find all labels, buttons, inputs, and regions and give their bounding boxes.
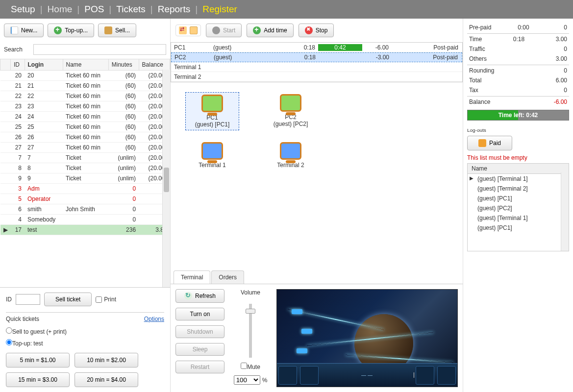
table-row[interactable]: 2323Ticket 60 min(60)(20.00) [0,101,170,112]
zoom-pct: % [262,377,268,384]
tab-orders[interactable]: Orders [211,270,244,284]
user-grid[interactable]: ID Login Name Minutes Balance 2020Ticket… [0,59,170,287]
quick-10min[interactable]: 10 min = $2.00 [75,353,138,368]
zoom-select[interactable]: 100 [234,375,260,385]
table-row[interactable]: 2626Ticket 60 min(60)(20.00) [0,132,170,143]
swap-icon[interactable] [179,26,187,34]
refresh-button[interactable]: Refresh [175,289,224,303]
addtime-button[interactable]: Add time [247,24,293,37]
session-row[interactable]: PC1(guest)0:180:42-6.00Post-paid [171,43,462,52]
sleep-button[interactable]: Sleep [175,343,224,356]
logout-row[interactable]: (guest) [PC2] [468,203,569,213]
col-minutes[interactable]: Minutes [108,59,139,71]
table-row[interactable]: 2020Ticket 60 min(60)(20.00) [0,71,170,81]
table-row[interactable]: ▶17test2363.83 [0,225,170,235]
radio-topup-test[interactable]: Top-up: test [6,337,164,349]
table-row[interactable]: 3Adm00 [0,184,170,194]
paid-button[interactable]: Paid [467,136,512,150]
quick-options-link[interactable]: Options [144,316,164,322]
session-grid[interactable]: PC1(guest)0:180:42-6.00Post-paidPC2(gues… [171,42,463,82]
shutdown-button[interactable]: Shutdown [175,325,224,338]
turnon-button[interactable]: Turn on [175,308,224,320]
pc-map: PC1(guest) [PC1]PC2(guest) [PC2] Termina… [171,82,463,269]
session-row[interactable]: Terminal 2 [171,72,462,82]
mute-checkbox[interactable]: Mute [241,363,260,370]
summary-panel: Pre-paid0:000 Time0:183.00 Traffic0 Othe… [467,23,569,121]
logouts-col-name[interactable]: Name [468,164,569,174]
burger-icon [104,26,112,34]
volume-slider[interactable] [249,304,252,358]
tab-terminal[interactable]: Terminal [174,270,210,284]
search-label: Search [4,46,28,53]
terminal-screenshot: — — [276,289,458,387]
search-input[interactable] [33,44,166,55]
refresh-icon [184,292,192,300]
paid-icon [478,139,486,147]
balance-value: -6.00 [543,98,567,105]
table-row[interactable]: 4Somebody00 [0,215,170,225]
table-row[interactable]: 5Operator00 [0,194,170,204]
table-row[interactable]: 2525Ticket 60 min(60)(20.00) [0,122,170,132]
session-row[interactable]: Terminal 1 [171,62,462,72]
monitor-icon [201,142,223,160]
start-button[interactable]: Start [206,24,242,37]
pc-pc1[interactable]: PC1(guest) [PC1] [185,92,239,130]
logouts-warning: This list must be empty [467,154,569,161]
nav-tickets[interactable]: Tickets [112,4,149,15]
logout-row[interactable]: (guest) [Terminal 1] [468,174,569,184]
logouts-title: Log-outs [467,127,569,133]
monitor-icon [280,94,301,112]
start-icon [212,26,220,34]
col-name[interactable]: Name [63,59,108,71]
sell-ticket-button[interactable]: Sell ticket [44,293,92,306]
logouts-list[interactable]: Name (guest) [Terminal 1](guest) [Termin… [467,163,569,251]
pc-pc2[interactable]: PC2(guest) [PC2] [264,92,318,130]
logout-row[interactable]: (guest) [PC1] [468,223,569,233]
stop-icon [305,26,313,34]
quick-title: Quick tickets [6,316,39,322]
nav-home[interactable]: Home [44,4,76,15]
logout-row[interactable]: (guest) [Terminal 2] [468,184,569,194]
radio-sell-guest[interactable]: Sell to guest (+ print) [6,325,164,337]
topup-button[interactable]: Top-up... [48,24,94,37]
table-row[interactable]: 6smithJohn Smith00 [0,204,170,215]
col-balance[interactable]: Balance [139,59,170,71]
nav-register[interactable]: Register [199,4,241,15]
doc-icon[interactable] [190,26,198,34]
stop-button[interactable]: Stop [299,24,334,37]
table-row[interactable]: 2727Ticket 60 min(60)(20.00) [0,143,170,153]
volume-label: Volume [241,289,260,296]
restart-button[interactable]: Restart [175,361,224,373]
nav-pos[interactable]: POS [80,4,108,15]
monitor-icon [280,142,301,160]
top-nav: Setup| Home| POS| Tickets| Reports| Regi… [0,0,573,19]
nav-reports[interactable]: Reports [154,4,195,15]
monitor-icon [201,95,223,112]
table-row[interactable]: 2121Ticket 60 min(60)(20.00) [0,81,170,91]
sell-id-input[interactable] [16,294,40,305]
quick-20min[interactable]: 20 min = $4.00 [75,372,138,387]
pc-terminal2[interactable]: Terminal 2 [264,140,318,171]
table-row[interactable]: 99Ticket(unlim)(20.00) [0,173,170,184]
logout-row[interactable]: (guest) [Terminal 1] [468,213,569,223]
new-button[interactable]: New... [4,24,44,37]
table-row[interactable]: 77Ticket(unlim)(20.00) [0,153,170,163]
user-grid-scrollbar[interactable] [162,70,170,287]
pc-terminal1[interactable]: Terminal 1 [185,140,239,171]
table-row[interactable]: 2424Ticket 60 min(60)(20.00) [0,112,170,122]
session-row[interactable]: PC2(guest)0:18-3.00Post-paid [171,52,462,62]
table-row[interactable]: 2222Ticket 60 min(60)(20.00) [0,91,170,101]
col-id[interactable]: ID [11,59,25,71]
table-row[interactable]: 88Ticket(unlim)(20.00) [0,163,170,173]
col-login[interactable]: Login [25,59,63,71]
time-left-bar: Time left: 0:42 [467,110,569,121]
logouts-scrollbar[interactable] [561,172,569,251]
quick-5min[interactable]: 5 min = $1.00 [6,353,70,368]
nav-setup[interactable]: Setup [7,4,39,15]
sell-button[interactable]: Sell... [98,24,136,37]
logout-row[interactable]: (guest) [PC1] [468,194,569,203]
left-toolbar: New... Top-up... Sell... [0,19,170,42]
print-checkbox[interactable]: Print [96,296,116,303]
sell-id-label: ID [6,296,12,303]
quick-15min[interactable]: 15 min = $3.00 [6,372,70,387]
